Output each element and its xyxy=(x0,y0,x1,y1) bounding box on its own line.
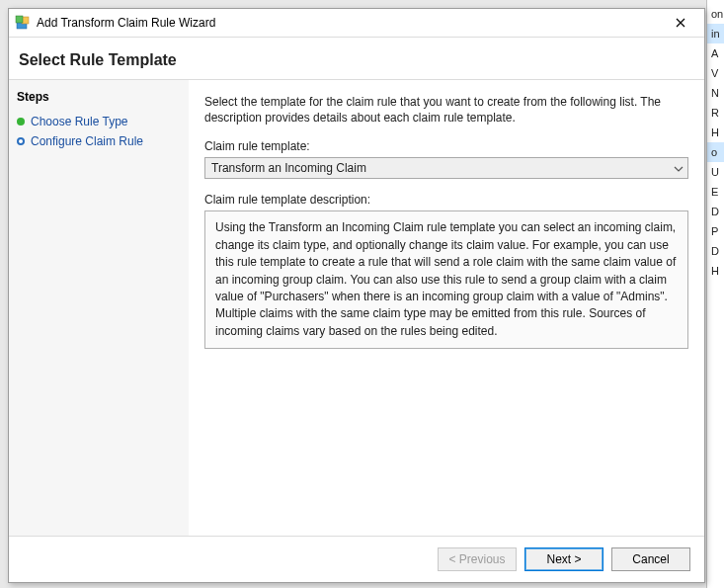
description-label: Claim rule template description: xyxy=(204,193,688,207)
background-panel-edge: on in A V N R H o U E D P D H xyxy=(706,0,724,588)
steps-heading: Steps xyxy=(17,90,181,104)
svg-rect-2 xyxy=(16,16,23,23)
close-button[interactable] xyxy=(661,10,700,36)
previous-button: < Previous xyxy=(438,547,517,571)
intro-text: Select the template for the claim rule t… xyxy=(204,94,688,126)
template-selected-value: Transform an Incoming Claim xyxy=(211,161,674,175)
chevron-down-icon xyxy=(674,161,684,175)
wizard-dialog: Add Transform Claim Rule Wizard Select R… xyxy=(8,8,705,583)
next-button[interactable]: Next > xyxy=(524,547,603,571)
step-configure-claim-rule[interactable]: Configure Claim Rule xyxy=(17,131,181,151)
step-choose-rule-type[interactable]: Choose Rule Type xyxy=(17,112,181,131)
template-label: Claim rule template: xyxy=(204,139,688,153)
claim-rule-template-select[interactable]: Transform an Incoming Claim xyxy=(204,157,688,179)
step-bullet-current-icon xyxy=(17,137,25,145)
step-bullet-done-icon xyxy=(17,118,25,126)
step-label: Configure Claim Rule xyxy=(31,134,143,148)
step-label: Choose Rule Type xyxy=(31,115,128,128)
titlebar: Add Transform Claim Rule Wizard xyxy=(9,9,704,38)
page-title: Select Rule Template xyxy=(9,38,704,79)
template-description: Using the Transform an Incoming Claim ru… xyxy=(204,210,688,349)
window-title: Add Transform Claim Rule Wizard xyxy=(37,16,661,30)
main-panel: Select the template for the claim rule t… xyxy=(189,80,704,536)
steps-sidebar: Steps Choose Rule Type Configure Claim R… xyxy=(9,80,189,536)
cancel-button[interactable]: Cancel xyxy=(611,547,690,571)
wizard-icon xyxy=(15,15,31,31)
wizard-footer: < Previous Next > Cancel xyxy=(9,537,704,582)
